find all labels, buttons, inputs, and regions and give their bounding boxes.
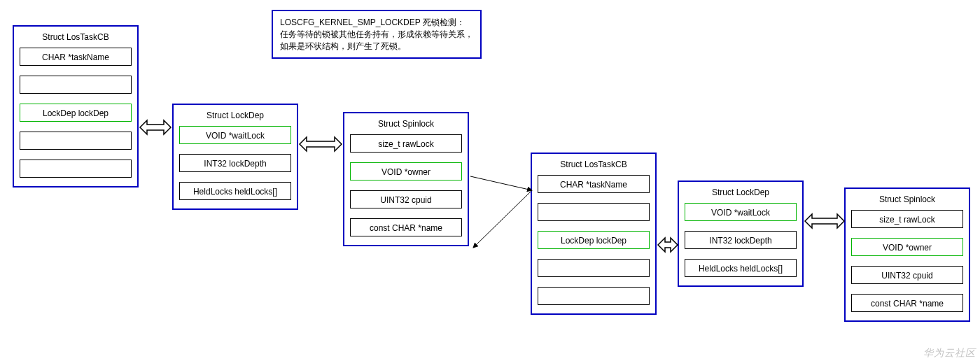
struct-lockdep-2: Struct LockDep VOID *waitLock INT32 lock…: [678, 180, 804, 287]
struct-title: Struct LosTaskCB: [538, 160, 650, 169]
field-name: const CHAR *name: [350, 218, 462, 236]
double-arrow-icon: [805, 214, 844, 228]
double-arrow-icon: [300, 137, 342, 151]
field-lockdep: LockDep lockDep: [20, 104, 132, 122]
field-empty: [538, 203, 650, 221]
field-taskname: CHAR *taskName: [538, 175, 650, 193]
double-arrow-icon: [140, 120, 171, 134]
arrow-line: [473, 190, 532, 248]
struct-title: Struct LockDep: [179, 111, 291, 120]
field-cpuid: UINT32 cpuid: [851, 266, 963, 284]
field-empty: [538, 259, 650, 277]
struct-lostaskcb-1: Struct LosTaskCB CHAR *taskName LockDep …: [13, 25, 139, 187]
field-empty: [20, 132, 132, 150]
field-owner: VOID *owner: [350, 162, 462, 180]
field-owner: VOID *owner: [851, 238, 963, 256]
field-empty: [538, 287, 650, 305]
field-lockdepth: INT32 lockDepth: [685, 231, 797, 249]
struct-title: Struct Spinlock: [350, 119, 462, 129]
note-line2: 任务等待的锁被其他任务持有，形成依赖等待关系，如果是环状结构，则产生了死锁。: [280, 29, 473, 52]
note-line1: LOSCFG_KERNEL_SMP_LOCKDEP 死锁检测：: [280, 17, 473, 29]
watermark: 华为云社区: [923, 347, 976, 360]
field-heldlocks: HeldLocks heldLocks[]: [685, 259, 797, 277]
field-empty: [20, 160, 132, 178]
field-waitlock: VOID *waitLock: [179, 126, 291, 144]
note-box: LOSCFG_KERNEL_SMP_LOCKDEP 死锁检测： 任务等待的锁被其…: [272, 10, 482, 59]
field-lockdepth: INT32 lockDepth: [179, 154, 291, 172]
field-cpuid: UINT32 cpuid: [350, 190, 462, 208]
struct-title: Struct LockDep: [685, 187, 797, 197]
struct-title: Struct LosTaskCB: [20, 32, 132, 42]
field-taskname: CHAR *taskName: [20, 48, 132, 66]
struct-lockdep-1: Struct LockDep VOID *waitLock INT32 lock…: [172, 104, 298, 210]
field-lockdep: LockDep lockDep: [538, 231, 650, 249]
arrow-line: [470, 176, 532, 190]
struct-lostaskcb-2: Struct LosTaskCB CHAR *taskName LockDep …: [531, 153, 657, 315]
struct-spinlock-1: Struct Spinlock size_t rawLock VOID *own…: [343, 112, 469, 246]
double-arrow-icon: [658, 238, 678, 252]
field-heldlocks: HeldLocks heldLocks[]: [179, 182, 291, 200]
struct-title: Struct Spinlock: [851, 194, 963, 204]
field-rawlock: size_t rawLock: [851, 210, 963, 228]
field-rawlock: size_t rawLock: [350, 134, 462, 153]
connectors-overlay: [0, 0, 980, 361]
field-empty: [20, 76, 132, 94]
field-waitlock: VOID *waitLock: [685, 203, 797, 221]
field-name: const CHAR *name: [851, 294, 963, 312]
struct-spinlock-2: Struct Spinlock size_t rawLock VOID *own…: [844, 187, 970, 322]
